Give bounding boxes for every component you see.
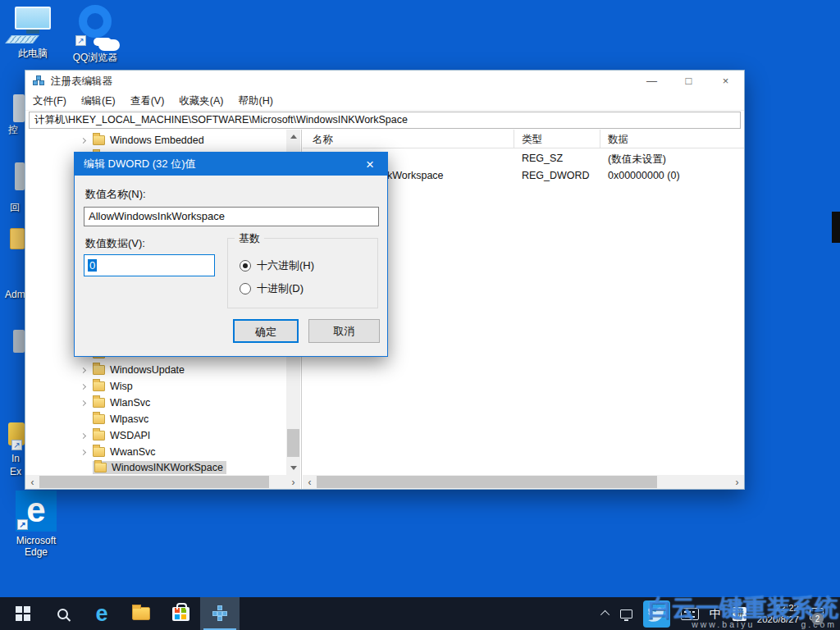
qq-browser-icon: ↗ <box>74 5 116 48</box>
scroll-down-icon[interactable] <box>286 461 300 475</box>
taskbar-store-button[interactable] <box>161 597 200 630</box>
taskbar-file-explorer-button[interactable] <box>121 597 161 630</box>
tree-item-windowsupdate[interactable]: WindowsUpdate <box>25 362 300 378</box>
hexadecimal-radio[interactable]: 十六进制(H) <box>240 258 314 273</box>
folder-icon <box>93 398 105 408</box>
desktop-icon-this-pc[interactable]: 此电脑 <box>7 7 59 61</box>
expand-chevron-icon[interactable] <box>81 450 93 454</box>
search-icon <box>57 609 68 619</box>
tray-overflow-chevron-icon[interactable] <box>600 610 609 619</box>
desktop-icon-label: 此电脑 <box>7 47 59 61</box>
ok-button[interactable]: 确定 <box>233 319 299 343</box>
system-tray: 中 拼 22:22 2020/8/27 <box>603 597 840 630</box>
dialog-titlebar[interactable]: 编辑 DWORD (32 位)值 × <box>75 153 387 176</box>
address-input[interactable]: 计算机\HKEY_LOCAL_MACHINE\SOFTWARE\Microsof… <box>29 112 741 129</box>
clock-date: 2020/8/27 <box>757 614 799 625</box>
expand-chevron-icon[interactable] <box>81 401 93 405</box>
expand-chevron-icon[interactable] <box>81 434 93 438</box>
folder-icon <box>94 463 107 472</box>
radio-selected-icon[interactable] <box>240 260 251 272</box>
twitter-bird-tray-icon[interactable] <box>643 600 670 628</box>
display-tray-icon[interactable] <box>620 609 632 619</box>
registry-editor-icon <box>212 605 228 622</box>
column-type[interactable]: 类型 <box>522 133 542 147</box>
value-data-label: 数值数据(V): <box>85 236 145 251</box>
folder-icon <box>93 414 105 424</box>
column-name[interactable]: 名称 <box>313 133 333 147</box>
dialog-title: 编辑 DWORD (32 位)值 <box>84 157 196 171</box>
scrollbar-thumb[interactable] <box>317 476 657 488</box>
radio-unselected-icon[interactable] <box>240 283 251 294</box>
partial-desktop-icon[interactable] <box>15 162 25 190</box>
folder-icon <box>93 381 105 391</box>
ime-pinyin-indicator[interactable]: 拼 <box>733 607 746 621</box>
value-name-field[interactable]: AllowWindowsInkWorkspace <box>84 207 379 226</box>
partial-icon-label: Ex <box>10 466 21 477</box>
partial-folder-icon[interactable] <box>10 228 25 249</box>
tree-item-wwansvc[interactable]: WwanSvc <box>25 444 300 460</box>
folder-icon <box>93 365 105 375</box>
search-button[interactable] <box>43 597 82 630</box>
tree-item-windowsinkworkspace-selected[interactable]: WindowsINKWorkSpace <box>25 460 300 475</box>
value-data-input[interactable]: 0 <box>84 254 215 276</box>
edit-dword-dialog: 编辑 DWORD (32 位)值 × 数值名称(N): AllowWindows… <box>74 152 388 357</box>
menu-help[interactable]: 帮助(H) <box>231 94 280 108</box>
microsoft-store-icon <box>172 607 189 621</box>
ime-mode-indicator[interactable]: 中 <box>710 606 722 622</box>
scroll-left-icon[interactable]: ‹ <box>25 475 39 489</box>
tree-horizontal-scrollbar[interactable]: ‹ › <box>25 475 300 489</box>
menu-favorites[interactable]: 收藏夹(A) <box>171 94 231 108</box>
decimal-radio[interactable]: 十进制(D) <box>240 281 304 296</box>
scrollbar-thumb[interactable] <box>287 429 299 457</box>
taskbar-clock[interactable]: 22:22 2020/8/27 <box>757 602 799 625</box>
tree-item-windows-embedded[interactable]: Windows Embedded <box>25 132 300 148</box>
window-title: 注册表编辑器 <box>51 75 112 89</box>
selected-text: 0 <box>88 259 97 272</box>
cancel-button[interactable]: 取消 <box>308 319 380 343</box>
scroll-left-icon[interactable]: ‹ <box>303 475 317 489</box>
partial-desktop-icon[interactable] <box>13 94 25 122</box>
list-header: 名称 类型 数据 <box>303 130 744 148</box>
folder-icon <box>93 447 105 457</box>
menu-edit[interactable]: 编辑(E) <box>74 94 123 108</box>
scroll-right-icon[interactable]: › <box>730 475 744 489</box>
taskbar-registry-editor-button[interactable] <box>200 597 240 630</box>
scroll-up-icon[interactable] <box>286 130 300 144</box>
expand-chevron-icon[interactable] <box>81 139 93 143</box>
minimize-button[interactable]: — <box>633 71 670 92</box>
registry-editor-icon <box>33 75 45 88</box>
touch-keyboard-icon[interactable] <box>681 608 699 620</box>
dialog-close-icon[interactable]: × <box>353 153 387 176</box>
partial-icon-label: Adm <box>5 289 25 300</box>
tree-item-wlansvc[interactable]: WlanSvc <box>25 395 300 411</box>
this-pc-icon <box>7 7 59 43</box>
desktop-icon-qq-browser[interactable]: ↗ QQ浏览器 <box>69 3 121 65</box>
expand-chevron-icon[interactable] <box>81 385 93 389</box>
tree-item-wlpasvc[interactable]: Wlpasvc <box>25 411 300 427</box>
edge-icon: e <box>95 603 107 625</box>
window-titlebar[interactable]: 注册表编辑器 — □ × <box>25 71 744 92</box>
base-groupbox: 基数 十六进制(H) 十进制(D) <box>227 238 378 308</box>
tree-item-wsdapi[interactable]: WSDAPI <box>25 427 300 444</box>
notification-badge[interactable]: 2 <box>811 613 824 625</box>
desktop-icon-microsoft-edge[interactable]: e ↗ Microsoft Edge <box>10 491 62 558</box>
expand-chevron-icon[interactable] <box>81 368 93 372</box>
partial-icon-label: In <box>11 453 20 464</box>
column-data[interactable]: 数据 <box>608 133 628 147</box>
partial-desktop-icon[interactable] <box>13 330 25 353</box>
maximize-button[interactable]: □ <box>670 71 707 92</box>
menu-file[interactable]: 文件(F) <box>25 94 74 108</box>
scroll-right-icon[interactable]: › <box>286 475 300 489</box>
shortcut-arrow-icon: ↗ <box>75 35 86 46</box>
start-button[interactable] <box>3 597 43 630</box>
scrollbar-thumb[interactable] <box>39 476 269 488</box>
taskbar-edge-button[interactable]: e <box>82 597 121 630</box>
shortcut-arrow-icon: ↗ <box>11 440 22 450</box>
desktop-icon-label: Edge <box>10 546 62 558</box>
clock-time: 22:22 <box>757 602 799 614</box>
partial-icon-label: 控 <box>8 123 18 137</box>
list-horizontal-scrollbar[interactable]: ‹ › <box>303 475 744 489</box>
close-button[interactable]: × <box>707 71 744 92</box>
menu-view[interactable]: 查看(V) <box>123 94 172 108</box>
tree-item-wisp[interactable]: Wisp <box>25 378 300 395</box>
